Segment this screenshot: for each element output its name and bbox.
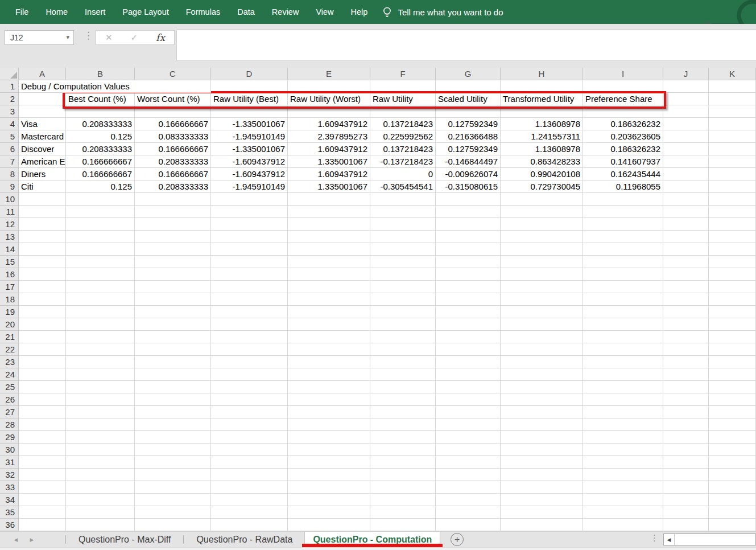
- cell-H21[interactable]: [501, 331, 583, 343]
- cell-G9[interactable]: -0.315080615: [436, 180, 501, 193]
- cell-K4[interactable]: [709, 118, 756, 130]
- cell-E30[interactable]: [288, 444, 370, 456]
- cell-G31[interactable]: [436, 456, 501, 469]
- cell-H33[interactable]: [501, 481, 583, 494]
- column-header-I[interactable]: I: [583, 68, 663, 80]
- cell-D12[interactable]: [211, 218, 288, 231]
- cell-D18[interactable]: [211, 293, 288, 306]
- cell-H3[interactable]: [501, 105, 583, 118]
- cell-C35[interactable]: [135, 506, 211, 519]
- cell-D36[interactable]: [211, 519, 288, 531]
- cell-A13[interactable]: [19, 231, 66, 243]
- cell-A27[interactable]: [19, 406, 66, 418]
- cell-J31[interactable]: [663, 456, 709, 469]
- cell-K25[interactable]: [709, 381, 756, 393]
- cell-K29[interactable]: [709, 431, 756, 444]
- cell-D19[interactable]: [211, 306, 288, 318]
- menu-review[interactable]: Review: [263, 0, 308, 24]
- cell-A29[interactable]: [19, 431, 66, 444]
- cell-A33[interactable]: [19, 481, 66, 494]
- cell-E11[interactable]: [288, 206, 370, 218]
- cell-G15[interactable]: [436, 256, 501, 268]
- cell-B35[interactable]: [66, 506, 135, 519]
- cell-J12[interactable]: [663, 218, 709, 231]
- cell-F22[interactable]: [370, 343, 436, 356]
- cell-K24[interactable]: [709, 368, 756, 381]
- cell-E16[interactable]: [288, 268, 370, 281]
- cell-I20[interactable]: [583, 318, 663, 331]
- cell-K6[interactable]: [709, 143, 756, 155]
- cell-F2[interactable]: Raw Utility: [370, 93, 436, 105]
- cell-H29[interactable]: [501, 431, 583, 444]
- cell-F12[interactable]: [370, 218, 436, 231]
- cell-K30[interactable]: [709, 444, 756, 456]
- cell-A36[interactable]: [19, 519, 66, 531]
- cell-J24[interactable]: [663, 368, 709, 381]
- cell-E32[interactable]: [288, 469, 370, 481]
- cell-K13[interactable]: [709, 231, 756, 243]
- cell-J14[interactable]: [663, 243, 709, 256]
- cell-D16[interactable]: [211, 268, 288, 281]
- cell-E1[interactable]: [288, 80, 370, 93]
- cell-H22[interactable]: [501, 343, 583, 356]
- cell-G8[interactable]: -0.009626074: [436, 168, 501, 180]
- cell-I3[interactable]: [583, 105, 663, 118]
- cell-I26[interactable]: [583, 393, 663, 406]
- row-header-11[interactable]: 11: [0, 206, 19, 218]
- cell-J30[interactable]: [663, 444, 709, 456]
- row-header-3[interactable]: 3: [0, 105, 19, 118]
- cell-H27[interactable]: [501, 406, 583, 418]
- cell-F8[interactable]: 0: [370, 168, 436, 180]
- cell-G12[interactable]: [436, 218, 501, 231]
- cell-B21[interactable]: [66, 331, 135, 343]
- cell-E24[interactable]: [288, 368, 370, 381]
- cell-B31[interactable]: [66, 456, 135, 469]
- cell-G33[interactable]: [436, 481, 501, 494]
- cell-J17[interactable]: [663, 281, 709, 293]
- cell-D25[interactable]: [211, 381, 288, 393]
- cell-K5[interactable]: [709, 130, 756, 143]
- cell-F29[interactable]: [370, 431, 436, 444]
- row-header-32[interactable]: 32: [0, 469, 19, 481]
- cell-C27[interactable]: [135, 406, 211, 418]
- cell-C25[interactable]: [135, 381, 211, 393]
- cell-J36[interactable]: [663, 519, 709, 531]
- cell-B19[interactable]: [66, 306, 135, 318]
- cell-E14[interactable]: [288, 243, 370, 256]
- cell-C30[interactable]: [135, 444, 211, 456]
- cell-H8[interactable]: 0.990420108: [501, 168, 583, 180]
- cell-A23[interactable]: [19, 356, 66, 368]
- cell-K27[interactable]: [709, 406, 756, 418]
- cell-I28[interactable]: [583, 418, 663, 431]
- cell-K2[interactable]: [709, 93, 756, 105]
- cell-D7[interactable]: -1.609437912: [211, 155, 288, 168]
- cell-B33[interactable]: [66, 481, 135, 494]
- cell-I25[interactable]: [583, 381, 663, 393]
- cell-G1[interactable]: [436, 80, 501, 93]
- row-header-13[interactable]: 13: [0, 231, 19, 243]
- row-header-14[interactable]: 14: [0, 243, 19, 256]
- cell-G24[interactable]: [436, 368, 501, 381]
- cell-A5[interactable]: Mastercard: [19, 130, 66, 143]
- cell-D4[interactable]: -1.335001067: [211, 118, 288, 130]
- row-header-4[interactable]: 4: [0, 118, 19, 130]
- cell-A24[interactable]: [19, 368, 66, 381]
- cell-G34[interactable]: [436, 494, 501, 506]
- cell-K16[interactable]: [709, 268, 756, 281]
- cell-C29[interactable]: [135, 431, 211, 444]
- cell-K34[interactable]: [709, 494, 756, 506]
- cell-D35[interactable]: [211, 506, 288, 519]
- cell-G3[interactable]: [436, 105, 501, 118]
- cell-G17[interactable]: [436, 281, 501, 293]
- cell-H13[interactable]: [501, 231, 583, 243]
- cell-C14[interactable]: [135, 243, 211, 256]
- row-header-1[interactable]: 1: [0, 80, 19, 93]
- cell-I9[interactable]: 0.11968055: [583, 180, 663, 193]
- cell-J5[interactable]: [663, 130, 709, 143]
- cell-I10[interactable]: [583, 193, 663, 206]
- cell-G22[interactable]: [436, 343, 501, 356]
- cell-B9[interactable]: 0.125: [66, 180, 135, 193]
- cell-F17[interactable]: [370, 281, 436, 293]
- cell-J28[interactable]: [663, 418, 709, 431]
- cell-G26[interactable]: [436, 393, 501, 406]
